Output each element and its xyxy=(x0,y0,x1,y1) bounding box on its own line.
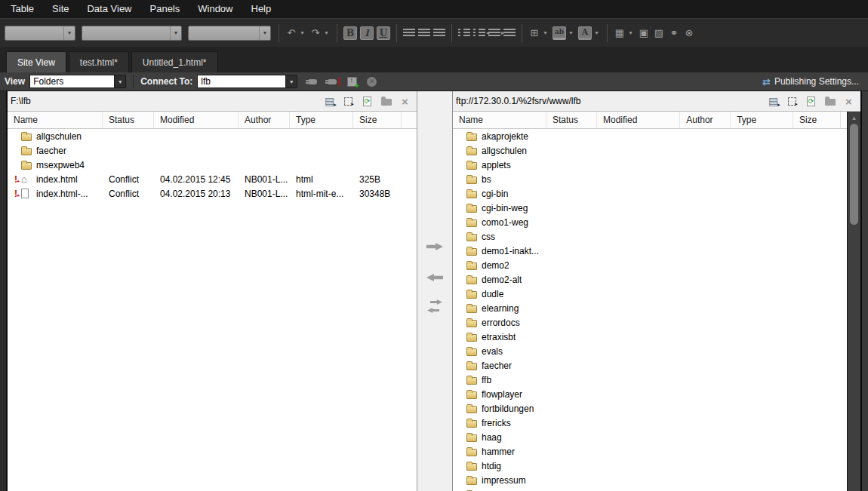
italic-button[interactable]: I xyxy=(359,26,374,41)
table-row[interactable]: demo2 xyxy=(453,258,847,272)
chevron-down-icon[interactable]: ▾ xyxy=(298,29,306,36)
column-header-type[interactable]: Type xyxy=(290,112,353,128)
column-header-modified[interactable]: Modified xyxy=(597,112,680,128)
table-row[interactable]: ffb xyxy=(453,373,847,387)
borders-button[interactable]: ⊞▾ xyxy=(528,26,550,40)
redo-button[interactable]: ↷▾ xyxy=(309,26,331,40)
refresh-button[interactable]: ⟳ xyxy=(805,95,817,108)
select-files-to-publish-button[interactable]: ▤ xyxy=(323,95,336,108)
table-row[interactable]: flowplayer xyxy=(453,387,847,401)
menu-help[interactable]: Help xyxy=(242,0,281,18)
menu-data-view[interactable]: Data View xyxy=(78,0,140,18)
chevron-down-icon[interactable]: ▾ xyxy=(322,29,331,36)
align-center-button[interactable] xyxy=(417,28,431,38)
tab-site-view[interactable]: Site View xyxy=(6,51,66,72)
stop-button[interactable]: ⊗ xyxy=(682,26,696,40)
insert-table-button[interactable]: ▦▾ xyxy=(613,26,636,40)
table-row[interactable]: faecher xyxy=(453,358,847,373)
publish-changed-files-button[interactable] xyxy=(346,75,359,88)
tab-test-html[interactable]: test.html* xyxy=(69,51,129,72)
table-row[interactable]: css xyxy=(453,229,847,244)
table-row[interactable]: bs xyxy=(453,172,847,186)
chevron-down-icon[interactable]: ▾ xyxy=(593,29,601,36)
menu-window[interactable]: Window xyxy=(189,0,242,18)
table-row[interactable]: demo1-inakt... xyxy=(453,244,847,258)
menu-panels[interactable]: Panels xyxy=(141,0,189,18)
delete-button[interactable]: × xyxy=(399,95,411,108)
insert-picture-button[interactable]: ▨ xyxy=(652,26,666,40)
table-row[interactable]: cgi-bin xyxy=(453,186,847,201)
table-row[interactable]: cgi-bin-weg xyxy=(453,201,847,215)
table-row[interactable]: allgschulen xyxy=(453,143,847,158)
tab-untitled-1-html[interactable]: Untitled_1.html* xyxy=(131,51,218,72)
new-folder-button[interactable] xyxy=(823,95,836,108)
table-row[interactable]: errordocs xyxy=(453,315,847,330)
table-row[interactable]: msexpweb4 xyxy=(8,158,417,172)
table-row[interactable]: akaprojekte xyxy=(453,129,847,143)
scrollbar-up-arrow[interactable]: ▲ xyxy=(848,112,860,124)
delete-button[interactable]: × xyxy=(842,95,855,108)
connect-to-select[interactable]: lfb ▾ xyxy=(197,75,297,88)
highlight-button[interactable]: ab▾ xyxy=(552,26,576,41)
column-header-name[interactable]: Name xyxy=(453,112,546,128)
column-header-type[interactable]: Type xyxy=(731,112,793,128)
menu-site[interactable]: Site xyxy=(43,0,78,18)
font-color-button[interactable]: A▾ xyxy=(577,26,602,41)
style-combo[interactable]: ▾ xyxy=(5,26,75,41)
new-folder-button[interactable] xyxy=(380,95,392,108)
table-row[interactable]: dudle xyxy=(453,287,847,301)
connect-button[interactable] xyxy=(306,75,319,88)
chevron-down-icon[interactable]: ▾ xyxy=(626,29,635,36)
table-row[interactable]: impressum xyxy=(453,473,847,487)
table-row[interactable]: htdig xyxy=(453,459,847,473)
table-row[interactable]: evals xyxy=(453,344,847,358)
table-row[interactable]: demo2-alt xyxy=(453,272,847,287)
align-right-button[interactable] xyxy=(432,28,446,38)
chevron-down-icon[interactable]: ▾ xyxy=(541,29,549,36)
undo-button[interactable]: ↶▾ xyxy=(285,26,307,40)
column-header-name[interactable]: Name xyxy=(8,112,103,128)
get-files-from-remote-button[interactable] xyxy=(426,273,444,282)
table-row-partial[interactable] xyxy=(453,487,847,491)
bold-button[interactable]: B xyxy=(343,26,358,41)
column-header-size[interactable]: Size xyxy=(793,112,841,128)
insert-hyperlink-button[interactable]: ⚭ xyxy=(667,26,681,40)
underline-button[interactable]: U xyxy=(376,26,391,41)
table-row[interactable]: frericks xyxy=(453,416,847,430)
marquee-select-button[interactable] xyxy=(786,95,799,108)
table-row[interactable]: hammer xyxy=(453,444,847,459)
publishing-settings-button[interactable]: ⇄ Publishing Settings... xyxy=(762,76,859,87)
insert-media-button[interactable]: ▣ xyxy=(637,26,651,40)
bullet-list-button[interactable] xyxy=(472,28,486,38)
align-left-button[interactable] xyxy=(402,28,416,38)
column-header-author[interactable]: Author xyxy=(680,112,731,128)
table-row[interactable]: !index.html-...Conflict04.02.2015 20:13N… xyxy=(8,186,417,201)
table-row[interactable]: faecher xyxy=(8,143,417,158)
chevron-down-icon[interactable]: ▾ xyxy=(567,29,575,36)
table-row[interactable]: etraxisbt xyxy=(453,330,847,344)
numbered-list-button[interactable] xyxy=(457,28,471,38)
marquee-select-button[interactable] xyxy=(342,95,355,108)
table-row[interactable]: haag xyxy=(453,430,847,444)
disconnect-button[interactable] xyxy=(326,75,339,88)
scrollbar-thumb[interactable] xyxy=(850,124,858,225)
table-row[interactable]: fortbildungen xyxy=(453,401,847,416)
font-combo[interactable]: ▾ xyxy=(82,26,182,41)
decrease-indent-button[interactable] xyxy=(488,28,501,38)
view-mode-select[interactable]: Folders ▾ xyxy=(29,75,126,88)
column-header-modified[interactable]: Modified xyxy=(154,112,239,128)
remote-scrollbar[interactable]: ▲ xyxy=(847,112,860,491)
refresh-button[interactable]: ⟳ xyxy=(361,95,374,108)
column-header-size[interactable]: Size xyxy=(353,112,402,128)
chevron-down-icon[interactable]: ▾ xyxy=(285,75,297,87)
column-header-status[interactable]: Status xyxy=(103,112,154,128)
table-row[interactable]: applets xyxy=(453,158,847,172)
font-size-combo[interactable]: ▾ xyxy=(188,26,271,41)
table-row[interactable]: allgschulen xyxy=(8,129,417,143)
select-files-to-publish-button[interactable]: ▤ xyxy=(767,95,780,108)
increase-indent-button[interactable] xyxy=(503,28,516,38)
stop-publishing-button[interactable]: ✕ xyxy=(365,75,378,88)
column-header-status[interactable]: Status xyxy=(546,112,597,128)
column-header-author[interactable]: Author xyxy=(239,112,290,128)
publish-files-to-remote-button[interactable] xyxy=(426,242,444,251)
